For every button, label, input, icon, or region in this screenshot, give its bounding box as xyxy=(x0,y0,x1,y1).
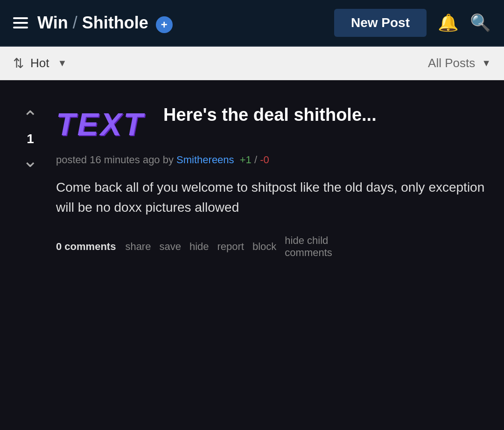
post-body: tEXt Here's the deal shithole... posted … xyxy=(56,104,490,259)
post-author[interactable]: Smithereens xyxy=(176,154,234,166)
post-header: tEXt Here's the deal shithole... xyxy=(56,104,490,145)
upvote-button[interactable]: ⌃ xyxy=(22,108,38,127)
vote-count: 1 xyxy=(27,132,34,146)
downvote-button[interactable]: ⌄ xyxy=(22,151,38,170)
post-meta-prefix: posted 16 minutes ago by xyxy=(56,154,174,166)
new-post-button[interactable]: New Post xyxy=(334,9,427,37)
post-thumbnail[interactable]: tEXt xyxy=(56,104,149,145)
filter-dropdown-arrow[interactable]: ▼ xyxy=(482,58,491,69)
nav-title: Win / Shithole + xyxy=(37,13,173,33)
hide-child-comments-label: comments xyxy=(285,247,332,258)
top-navigation: Win / Shithole + New Post 🔔 🔍 xyxy=(0,0,504,47)
sort-left: ⇅ Hot ▼ xyxy=(13,55,67,71)
comments-count[interactable]: 0 comments xyxy=(56,241,116,253)
sort-right: All Posts ▼ xyxy=(428,56,491,70)
bell-icon[interactable]: 🔔 xyxy=(438,13,459,33)
main-content: ⌃ 1 ⌄ tEXt Here's the deal shithole... p… xyxy=(0,80,504,430)
nav-win-label: Win xyxy=(37,13,68,32)
vote-column: ⌃ 1 ⌄ xyxy=(14,104,47,259)
post-item: ⌃ 1 ⌄ tEXt Here's the deal shithole... p… xyxy=(0,94,504,268)
post-title: Here's the deal shithole... xyxy=(163,104,490,126)
nav-right: New Post 🔔 🔍 xyxy=(334,9,491,37)
post-body-text: Come back all of you welcome to shitpost… xyxy=(56,177,490,218)
sort-dropdown-arrow[interactable]: ▼ xyxy=(57,58,67,69)
nav-sub-label: Shithole xyxy=(82,13,148,32)
hamburger-icon[interactable] xyxy=(13,17,28,28)
nav-separator: / xyxy=(68,13,82,32)
hide-button[interactable]: hide xyxy=(189,241,209,253)
block-button[interactable]: block xyxy=(252,241,276,253)
post-score-separator: / xyxy=(254,154,260,166)
sort-label: Hot xyxy=(30,56,49,70)
hide-child-button[interactable]: hide childcomments xyxy=(285,235,332,259)
filter-label: All Posts xyxy=(428,56,475,70)
add-community-icon[interactable]: + xyxy=(156,16,173,33)
sort-bar: ⇅ Hot ▼ All Posts ▼ xyxy=(0,47,504,80)
post-thumbnail-text: tEXt xyxy=(56,104,149,145)
sort-icon: ⇅ xyxy=(13,55,24,71)
share-button[interactable]: share xyxy=(125,241,151,253)
post-score-positive: +1 xyxy=(240,154,252,166)
nav-left: Win / Shithole + xyxy=(13,13,173,33)
post-meta: posted 16 minutes ago by Smithereens +1 … xyxy=(56,154,490,166)
save-button[interactable]: save xyxy=(159,241,181,253)
post-score-negative: -0 xyxy=(260,154,269,166)
report-button[interactable]: report xyxy=(217,241,244,253)
search-icon[interactable]: 🔍 xyxy=(470,13,491,33)
post-actions: 0 comments share save hide report block … xyxy=(56,235,490,259)
